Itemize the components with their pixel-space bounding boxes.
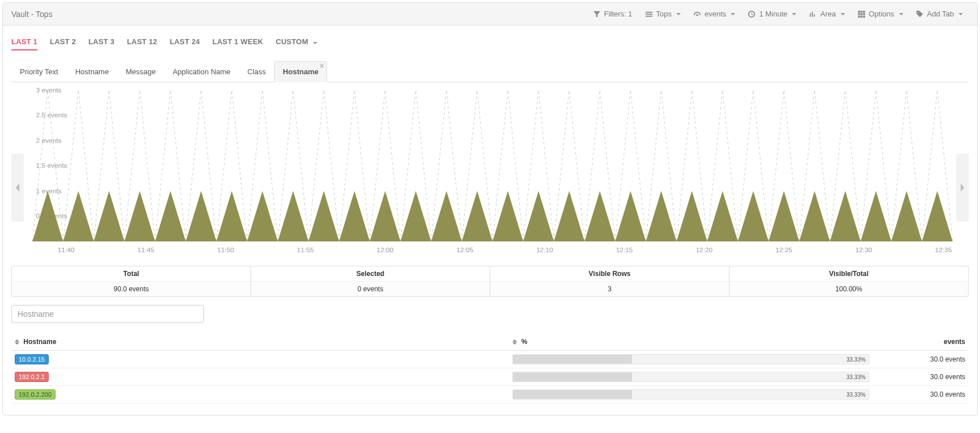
chart-row: 3 events2.5 events2 events1.5 events1 ev…: [11, 86, 969, 256]
svg-text:11:45: 11:45: [137, 247, 154, 253]
percent-label: 33.33%: [846, 374, 866, 380]
col-events-header[interactable]: events: [873, 333, 969, 351]
bar-chart-icon: [809, 10, 817, 18]
sort-icon: [15, 339, 19, 345]
table-row[interactable]: 10.0.2.1533.33%30.0 events: [11, 351, 969, 368]
time-tab-last-24[interactable]: LAST 24: [169, 34, 200, 50]
summary-cell-selected: Selected0 events: [251, 266, 490, 296]
hostname-table: Hostname % events 10.0.2.1533.33%30.0 ev…: [11, 333, 969, 404]
svg-text:12:00: 12:00: [377, 247, 394, 253]
svg-text:11:55: 11:55: [297, 247, 314, 253]
events-value: 30.0 events: [873, 368, 969, 386]
table-row[interactable]: 192.0.2.20033.33%30.0 events: [11, 386, 969, 404]
time-tab-custom[interactable]: CUSTOM: [275, 34, 317, 50]
time-tab-last-2[interactable]: LAST 2: [50, 34, 76, 50]
field-tab-hostname-5[interactable]: Hostname×: [274, 61, 327, 82]
time-tab-last-1[interactable]: LAST 1: [11, 34, 37, 50]
svg-text:12:30: 12:30: [855, 247, 872, 253]
grid-icon: [858, 10, 866, 18]
summary-label: Total: [12, 266, 251, 282]
svg-text:11:40: 11:40: [58, 247, 75, 253]
summary-cell-total: Total90.0 events: [12, 266, 251, 296]
caret-down-icon: [792, 13, 796, 15]
svg-text:12:15: 12:15: [616, 247, 633, 253]
field-tab-application-name-3[interactable]: Application Name: [164, 61, 239, 82]
events-label: events: [705, 10, 726, 18]
hostname-badge[interactable]: 10.0.2.15: [15, 354, 49, 364]
tops-label: Tops: [656, 10, 672, 18]
svg-text:12:35: 12:35: [935, 247, 952, 253]
col-pct-label: %: [521, 338, 528, 346]
time-tab-last-12[interactable]: LAST 12: [127, 34, 157, 50]
svg-text:12:05: 12:05: [456, 247, 473, 253]
time-tab-last-3[interactable]: LAST 3: [88, 34, 114, 50]
summary-label: Selected: [251, 266, 490, 282]
svg-text:2.5 events: 2.5 events: [36, 112, 67, 119]
hostname-badge[interactable]: 192.0.2.200: [15, 389, 56, 400]
col-hostname-header[interactable]: Hostname: [11, 333, 509, 351]
field-tab-hostname-1[interactable]: Hostname: [67, 61, 117, 82]
time-range-tabs: LAST 1LAST 2LAST 3LAST 12LAST 24LAST 1 W…: [11, 34, 969, 50]
svg-text:11:50: 11:50: [217, 247, 234, 253]
chart[interactable]: 3 events2.5 events2 events1.5 events1 ev…: [24, 86, 956, 256]
caret-down-icon: [899, 13, 903, 15]
panel-body: LAST 1LAST 2LAST 3LAST 12LAST 24LAST 1 W…: [3, 26, 977, 415]
clock-icon: [748, 10, 756, 18]
interval-label: 1 Minute: [759, 10, 787, 18]
events-value: 30.0 events: [873, 386, 969, 404]
time-tab-last-1-week[interactable]: LAST 1 WEEK: [213, 34, 264, 50]
caret-down-icon: [731, 13, 735, 15]
summary-label: Visible Rows: [490, 266, 729, 282]
svg-text:12:25: 12:25: [775, 247, 792, 253]
filters-label: Filters: 1: [604, 10, 633, 18]
add-tab-label: Add Tab: [927, 10, 954, 18]
svg-text:2 events: 2 events: [36, 137, 62, 144]
chart-type-dropdown[interactable]: Area: [803, 6, 850, 22]
summary-row: Total90.0 eventsSelected0 eventsVisible …: [11, 266, 969, 297]
events-dropdown[interactable]: events: [688, 6, 741, 22]
summary-label: Visible/Total: [729, 266, 968, 282]
header-controls: Filters: 1 Tops events 1 M: [587, 6, 969, 22]
chart-prev-button[interactable]: [11, 154, 24, 222]
field-tabs: Priority TextHostnameMessageApplication …: [11, 61, 969, 82]
tops-dropdown[interactable]: Tops: [639, 6, 686, 22]
percent-bar: 33.33%: [512, 389, 869, 400]
percent-label: 33.33%: [846, 392, 866, 398]
add-tab-dropdown[interactable]: Add Tab: [910, 6, 969, 22]
summary-value: 100.00%: [729, 282, 968, 296]
events-value: 30.0 events: [873, 351, 969, 368]
panel: Vault - Tops Filters: 1 Tops events: [2, 2, 978, 415]
funnel-icon: [593, 10, 601, 18]
percent-bar: 33.33%: [512, 372, 869, 382]
caret-down-icon: [313, 42, 317, 44]
percent-bar: 33.33%: [512, 354, 869, 364]
field-tab-message-2[interactable]: Message: [117, 61, 164, 82]
caret-down-icon: [676, 13, 681, 15]
close-icon[interactable]: ×: [320, 62, 324, 70]
summary-value: 0 events: [251, 282, 490, 296]
summary-value: 3: [490, 282, 729, 296]
options-dropdown[interactable]: Options: [852, 6, 909, 22]
hostname-badge[interactable]: 192.0.2.1: [15, 372, 49, 382]
svg-text:12:20: 12:20: [695, 247, 712, 253]
field-tab-class-4[interactable]: Class: [239, 61, 275, 82]
table-row[interactable]: 192.0.2.133.33%30.0 events: [11, 368, 969, 386]
filters-button[interactable]: Filters: 1: [587, 6, 638, 22]
svg-text:12:10: 12:10: [536, 247, 553, 253]
panel-header: Vault - Tops Filters: 1 Tops events: [3, 3, 977, 26]
page-title: Vault - Tops: [11, 10, 53, 19]
caret-down-icon: [958, 13, 963, 15]
gauge-icon: [693, 10, 701, 18]
interval-dropdown[interactable]: 1 Minute: [742, 6, 802, 22]
col-pct-header[interactable]: %: [509, 333, 873, 351]
tags-icon: [916, 10, 924, 18]
list-icon: [645, 10, 653, 18]
summary-cell-visible-rows: Visible Rows3: [490, 266, 729, 296]
chart-next-button[interactable]: [956, 154, 969, 222]
field-tab-priority-text-0[interactable]: Priority Text: [11, 61, 67, 82]
summary-value: 90.0 events: [12, 282, 251, 296]
hostname-filter-input[interactable]: [11, 305, 204, 323]
svg-text:1.5 events: 1.5 events: [36, 163, 67, 169]
chart-svg: 3 events2.5 events2 events1.5 events1 ev…: [24, 86, 955, 256]
svg-text:3 events: 3 events: [36, 87, 62, 94]
